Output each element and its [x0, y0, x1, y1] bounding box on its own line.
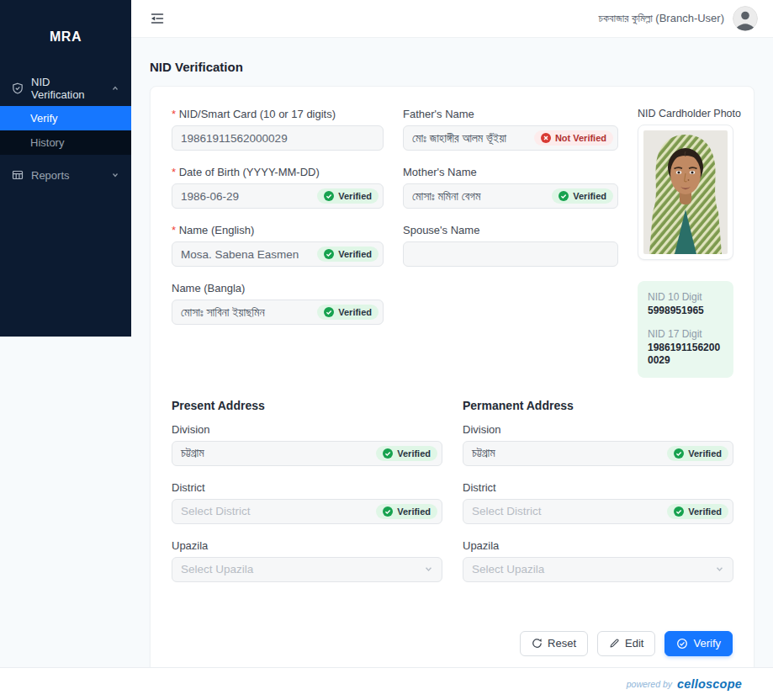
sidebar-item-nid-verification[interactable]: NID Verification [0, 77, 131, 99]
permanent-division-field: Division চট্টগ্রাম Verified [463, 423, 733, 466]
sidebar-item-label: History [30, 136, 64, 149]
check-circle-icon [383, 448, 393, 459]
dob-label: Date of Birth (YYYY-MM-DD) [172, 166, 384, 178]
shield-icon [12, 82, 24, 94]
mother-name-label: Mother's Name [403, 166, 618, 178]
name-english-input[interactable]: Mosa. Sabena Easmen Verified [172, 241, 384, 267]
permanent-division-input[interactable]: চট্টগ্রাম Verified [463, 441, 733, 466]
not-verified-badge: Not Verified [534, 130, 613, 146]
name-bangla-input[interactable]: মোসাঃ সাবিনা ইয়াছমিন Verified [172, 300, 384, 325]
permanent-district-placeholder: Select District [472, 505, 542, 517]
permanent-district-select[interactable]: Select District Verified [463, 499, 733, 524]
sidebar-item-label: Reports [31, 169, 70, 182]
chevron-down-icon [715, 565, 728, 574]
nid-input[interactable]: 19861911562000029 [172, 125, 384, 151]
celloscope-logo: celloscope [677, 677, 742, 691]
photo-column: NID Cardholder Photo [638, 108, 733, 378]
sidebar-item-verify[interactable]: Verify [0, 106, 131, 130]
check-circle-icon [559, 191, 569, 201]
mother-name-field: Mother's Name মোসাঃ মমিনা বেগম Verified [403, 166, 618, 209]
nid-cardholder-photo [638, 125, 733, 260]
sidebar-item-label: Verify [30, 112, 58, 125]
present-division-value: চট্টগ্রাম [181, 446, 204, 460]
check-circle-icon [324, 249, 334, 259]
verified-badge: Verified [376, 504, 437, 519]
dob-field: Date of Birth (YYYY-MM-DD) 1986-06-29 Ve… [172, 166, 384, 209]
reset-button[interactable]: Reset [520, 631, 588, 656]
permanent-upazila-label: Upazila [463, 539, 733, 552]
nid10-value: 5998951965 [648, 305, 723, 318]
nid17-value: 19861911562000029 [648, 342, 723, 368]
verified-badge: Verified [552, 188, 613, 204]
check-circle-icon [383, 506, 393, 517]
name-bangla-label: Name (Bangla) [172, 282, 384, 294]
spouse-name-label: Spouse's Name [403, 224, 618, 236]
page-footer: powered by celloscope [0, 667, 773, 700]
present-district-select[interactable]: Select District Verified [172, 499, 442, 524]
verified-badge: Verified [317, 305, 379, 320]
sidebar-menu: NID Verification Verify History Reports [0, 74, 131, 187]
present-address-section: Present Address Division চট্টগ্রাম Verif… [172, 399, 442, 597]
father-name-input[interactable]: মোঃ জাহাঙ্গীর আলম ভূঁইয়া Not Verified [403, 125, 618, 151]
present-district-label: District [172, 481, 442, 494]
name-bangla-field: Name (Bangla) মোসাঃ সাবিনা ইয়াছমিন Veri… [172, 282, 384, 325]
father-name-label: Father's Name [403, 108, 618, 120]
table-icon [12, 169, 24, 181]
verification-card: NID/Smart Card (10 or 17 digits) 1986191… [150, 86, 754, 667]
present-upazila-label: Upazila [172, 539, 442, 552]
pencil-icon [609, 638, 620, 649]
mother-name-value: মোসাঃ মমিনা বেগম [412, 189, 480, 204]
powered-by-label: powered by [627, 679, 672, 689]
nid-value: 19861911562000029 [181, 132, 288, 145]
check-circle-icon [674, 506, 684, 517]
chevron-down-icon [424, 565, 437, 574]
spouse-name-input[interactable] [403, 241, 618, 267]
check-circle-icon [324, 191, 334, 201]
present-upazila-select[interactable]: Select Upazila [172, 557, 442, 582]
nid-summary-box: NID 10 Digit 5998951965 NID 17 Digit 198… [638, 281, 733, 378]
nid10-label: NID 10 Digit [648, 291, 723, 303]
action-buttons: Reset Edit Verify [172, 631, 733, 656]
user-menu[interactable]: চকবাজার কুমিল্লা (Branch-User) [599, 6, 758, 31]
verify-button[interactable]: Verify [664, 631, 733, 656]
sidebar-submenu: Verify History [0, 106, 131, 155]
sidebar-item-reports[interactable]: Reports [0, 163, 131, 187]
dob-input[interactable]: 1986-06-29 Verified [172, 183, 384, 209]
chevron-up-icon [111, 84, 119, 93]
nid-field: NID/Smart Card (10 or 17 digits) 1986191… [172, 108, 384, 151]
nid-label: NID/Smart Card (10 or 17 digits) [172, 108, 384, 120]
menu-fold-icon[interactable] [150, 11, 165, 26]
edit-button[interactable]: Edit [597, 631, 655, 656]
photo-label: NID Cardholder Photo [638, 108, 733, 119]
x-circle-icon [541, 133, 551, 143]
verified-badge: Verified [667, 504, 728, 519]
verified-badge: Verified [317, 188, 379, 204]
left-fields-column: NID/Smart Card (10 or 17 digits) 1986191… [172, 108, 384, 378]
present-division-input[interactable]: চট্টগ্রাম Verified [172, 441, 442, 466]
permanent-division-value: চট্টগ্রাম [472, 446, 495, 460]
user-label: চকবাজার কুমিল্লা (Branch-User) [599, 12, 724, 25]
permanent-upazila-placeholder: Select Upazila [472, 563, 544, 575]
present-upazila-placeholder: Select Upazila [181, 563, 253, 575]
name-bangla-value: মোসাঃ সাবিনা ইয়াছমিন [181, 305, 265, 320]
main-content: NID Verification NID/Smart Card (10 or 1… [131, 38, 773, 667]
top-header: চকবাজার কুমিল্লা (Branch-User) [131, 0, 773, 38]
chevron-down-icon [111, 171, 119, 179]
sidebar-item-history[interactable]: History [0, 130, 131, 155]
avatar[interactable] [733, 6, 758, 31]
check-circle-icon [324, 307, 334, 317]
mother-name-input[interactable]: মোসাঃ মমিনা বেগম Verified [403, 183, 618, 209]
father-name-value: মোঃ জাহাঙ্গীর আলম ভূঁইয়া [412, 131, 506, 146]
permanent-district-label: District [463, 481, 733, 494]
verified-badge: Verified [667, 446, 728, 461]
sidebar-item-label: NID Verification [31, 76, 103, 101]
permanent-upazila-select[interactable]: Select Upazila [463, 557, 733, 582]
dob-value: 1986-06-29 [181, 190, 239, 203]
reload-icon [532, 638, 543, 649]
right-fields-column: Father's Name মোঃ জাহাঙ্গীর আলম ভূঁইয়া … [403, 108, 618, 378]
present-district-field: District Select District Verified [172, 481, 442, 524]
check-circle-icon [676, 638, 688, 650]
present-division-field: Division চট্টগ্রাম Verified [172, 423, 442, 466]
father-name-field: Father's Name মোঃ জাহাঙ্গীর আলম ভূঁইয়া … [403, 108, 618, 151]
permanent-district-field: District Select District Verified [463, 481, 733, 524]
